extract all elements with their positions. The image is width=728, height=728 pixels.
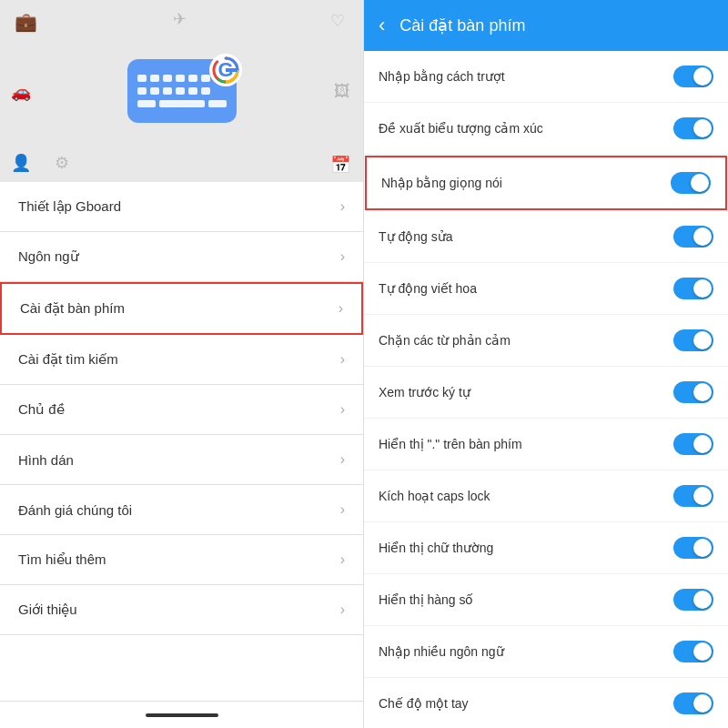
menu-item-tim-hieu[interactable]: Tìm hiểu thêm › [0, 535, 363, 585]
right-panel: ‹ Cài đặt bàn phím Nhập bằng cách trượt … [364, 0, 728, 728]
settings-list: Nhập bằng cách trượt Đề xuất biểu tượng … [364, 51, 728, 728]
setting-label: Tự động viết hoa [379, 281, 673, 296]
setting-nhap-truot[interactable]: Nhập bằng cách trượt [364, 51, 728, 103]
menu-item-label: Hình dán [18, 452, 74, 468]
menu-item-label: Thiết lập Gboard [18, 198, 121, 215]
toggle-nhap-truot[interactable] [673, 66, 713, 87]
settings-sm-icon: ⚙ [55, 153, 73, 171]
left-panel: 💼 ✈ ♡ 🚗 🖼 👤 ⚙ 📅 🎤 [0, 0, 364, 728]
left-menu-list: Thiết lập Gboard › Ngôn ngữ › Cài đặt bà… [0, 182, 363, 701]
menu-item-cai-dat-ban-phim[interactable]: Cài đặt bàn phím › [0, 282, 363, 335]
image-icon: 🖼 [334, 82, 352, 100]
setting-label: Đề xuất biểu tượng cảm xúc [379, 121, 673, 136]
toggle-hien-thi-hang-so[interactable] [673, 589, 713, 611]
toggle-nhap-giong-noi[interactable] [671, 172, 711, 194]
menu-item-label: Đánh giá chúng tôi [18, 502, 132, 518]
setting-label: Tự động sửa [379, 229, 673, 244]
back-button[interactable]: ‹ [379, 14, 385, 37]
svg-rect-2 [226, 68, 238, 72]
chevron-icon: › [340, 351, 345, 368]
setting-caps-lock[interactable]: Kích hoạt caps lock [364, 470, 728, 522]
toggle-nhap-nhieu-ngon-ngu[interactable] [673, 641, 713, 662]
setting-tu-dong-sua[interactable]: Tự động sửa [364, 211, 728, 263]
car-icon: 🚗 [11, 82, 29, 100]
toggle-de-xuat[interactable] [673, 117, 713, 139]
setting-label: Chế độ một tay [379, 696, 673, 711]
setting-label: Hiển thị hàng số [379, 592, 673, 607]
home-indicator [146, 713, 218, 717]
toggle-tu-dong-sua[interactable] [673, 226, 713, 248]
menu-item-label: Cài đặt tìm kiếm [18, 351, 118, 368]
setting-hien-thi-chu-thuong[interactable]: Hiển thị chữ thường [364, 522, 728, 574]
chevron-icon: › [340, 602, 345, 618]
menu-item-label: Giới thiệu [18, 602, 77, 618]
setting-label: Nhập bằng giọng nói [381, 176, 671, 190]
menu-item-chu-de[interactable]: Chủ đề › [0, 385, 363, 435]
chevron-icon: › [339, 300, 343, 317]
toggle-caps-lock[interactable] [673, 485, 713, 507]
plane-icon: ✈ [173, 9, 191, 27]
menu-item-hinh-dan[interactable]: Hình dán › [0, 435, 363, 485]
setting-label: Hiển thị "." trên bàn phím [379, 437, 673, 451]
setting-label: Nhập bằng cách trượt [379, 69, 673, 84]
setting-nhap-nhieu-ngon-ngu[interactable]: Nhập nhiều ngôn ngữ [364, 626, 728, 678]
chevron-icon: › [340, 401, 345, 418]
setting-label: Xem trước ký tự [379, 385, 673, 399]
calendar-icon: 📅 [330, 155, 349, 173]
chevron-icon: › [340, 501, 345, 518]
setting-chan-cac-tu[interactable]: Chặn các từ phản cảm [364, 315, 728, 367]
menu-item-danh-gia[interactable]: Đánh giá chúng tôi › [0, 485, 363, 535]
page-title: Cài đặt bàn phím [399, 15, 525, 35]
menu-item-cai-dat-tim-kiem[interactable]: Cài đặt tìm kiếm › [0, 335, 363, 385]
menu-item-ngon-ngu[interactable]: Ngôn ngữ › [0, 232, 363, 282]
setting-label: Nhập nhiều ngôn ngữ [379, 644, 673, 659]
keyboard-logo: G [127, 59, 237, 123]
menu-item-label: Chủ đề [18, 401, 65, 418]
toggle-hien-thi-cham[interactable] [673, 433, 713, 455]
setting-xem-truoc[interactable]: Xem trước ký tự [364, 367, 728, 419]
chevron-icon: › [340, 551, 345, 568]
gboard-header: 💼 ✈ ♡ 🚗 🖼 👤 ⚙ 📅 🎤 [0, 0, 363, 182]
setting-de-xuat[interactable]: Đề xuất biểu tượng cảm xúc [364, 103, 728, 155]
toggle-hien-thi-chu-thuong[interactable] [673, 537, 713, 559]
menu-item-gioi-thieu[interactable]: Giới thiệu › [0, 585, 363, 635]
chevron-icon: › [340, 248, 345, 265]
menu-item-label: Ngôn ngữ [18, 248, 79, 265]
home-bar [0, 701, 363, 728]
setting-tu-dong-viet-hoa[interactable]: Tự động viết hoa [364, 263, 728, 315]
setting-hien-thi-cham[interactable]: Hiển thị "." trên bàn phím [364, 419, 728, 470]
google-g-logo: G [207, 52, 244, 88]
toggle-chan-cac-tu[interactable] [673, 329, 713, 351]
toggle-tu-dong-viet-hoa[interactable] [673, 278, 713, 299]
briefcase-icon: 💼 [15, 11, 33, 29]
setting-che-do-mot-tay[interactable]: Chế độ một tay [364, 678, 728, 728]
menu-item-label: Cài đặt bàn phím [20, 300, 125, 317]
toggle-che-do-mot-tay[interactable] [673, 693, 713, 714]
menu-item-label: Tìm hiểu thêm [18, 551, 106, 568]
setting-label: Hiển thị chữ thường [379, 541, 673, 555]
chevron-icon: › [340, 451, 345, 468]
chevron-icon: › [340, 198, 345, 215]
setting-label: Chặn các từ phản cảm [379, 333, 673, 348]
person-icon: 👤 [11, 153, 29, 171]
setting-label: Kích hoạt caps lock [379, 489, 673, 503]
heart-icon: ♡ [330, 11, 349, 29]
menu-item-thiet-lap[interactable]: Thiết lập Gboard › [0, 182, 363, 232]
setting-hien-thi-hang-so[interactable]: Hiển thị hàng số [364, 574, 728, 626]
setting-nhap-giong-noi[interactable]: Nhập bằng giọng nói [365, 156, 727, 210]
toggle-xem-truoc[interactable] [673, 381, 713, 403]
right-header: ‹ Cài đặt bàn phím [364, 0, 728, 51]
